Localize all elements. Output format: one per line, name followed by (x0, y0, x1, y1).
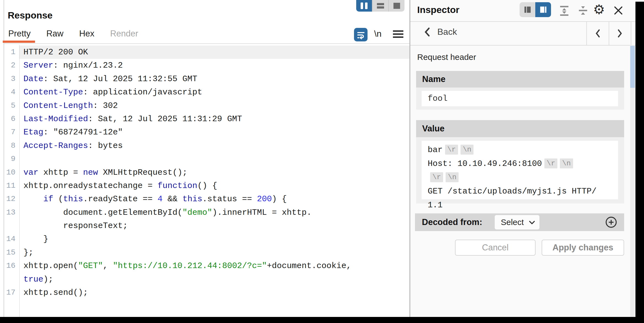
code-line: 11xhttp.onreadystatechange = function() … (4, 179, 409, 192)
code-line: 17xhttp.send(); (4, 286, 409, 299)
add-decoder-button[interactable] (605, 216, 618, 229)
inspector-settings-button[interactable]: ⚙ (592, 2, 606, 17)
code-text: Etag: "68724791-12e" (19, 126, 409, 139)
response-tabs: PrettyRawHexRender (8, 29, 138, 43)
code-line: 4Content-Type: application/javascript (4, 86, 409, 99)
response-panel: Response PrettyRawHexRender \n (0, 0, 409, 317)
select-value: Select (501, 215, 524, 229)
code-line: responseText; (4, 219, 409, 232)
line-number: 8 (4, 139, 15, 152)
back-label: Back (437, 27, 457, 37)
code-line: 2Server: nginx/1.23.2 (4, 59, 409, 72)
code-line: 6Last-Modified: Sat, 12 Jul 2025 11:31:2… (4, 112, 409, 126)
word-wrap-toggle[interactable] (354, 28, 368, 41)
code-line: 15}; (4, 246, 409, 259)
layout-columns-button[interactable] (356, 0, 372, 12)
name-card: Name fool (416, 71, 624, 110)
header-name-input[interactable]: fool (422, 91, 618, 106)
next-item-button[interactable] (609, 22, 631, 45)
inspector-header: Inspector (410, 0, 635, 22)
chevron-down-icon (529, 221, 535, 224)
screen-edge-right (635, 2, 644, 323)
inspector-scrollbar[interactable] (630, 45, 635, 317)
decoded-from-bar: Decoded from: Select (415, 213, 624, 231)
value-card-header: Value (416, 120, 624, 137)
layout-rows-button[interactable] (372, 0, 388, 12)
back-button[interactable]: Back (424, 27, 457, 37)
code-text: } (19, 232, 409, 246)
code-text: xhttp.send(); (19, 286, 409, 299)
tab-raw[interactable]: Raw (46, 29, 63, 43)
tab-pretty[interactable]: Pretty (8, 29, 31, 43)
nonprinting-char-chip: \r (544, 158, 557, 168)
chevron-right-icon (617, 29, 623, 38)
code-line: 12 if (this.readyState == 4 && this.stat… (4, 192, 409, 206)
word-wrap-icon (356, 30, 366, 39)
code-text: Server: nginx/1.23.2 (19, 59, 409, 72)
code-line: 9 (4, 152, 409, 166)
line-number: 17 (4, 286, 15, 299)
inspector-panel: Inspector (410, 0, 635, 317)
collapse-all-button[interactable] (576, 3, 590, 18)
name-card-header: Name (416, 71, 624, 88)
prev-item-button[interactable] (587, 22, 608, 45)
dock-left-button[interactable] (520, 2, 535, 17)
code-text: Accept-Ranges: bytes (19, 139, 409, 152)
code-text: Last-Modified: Sat, 12 Jul 2025 11:31:29… (19, 112, 409, 126)
tab-hex[interactable]: Hex (79, 29, 94, 43)
code-line: 14 } (4, 232, 409, 246)
panel-left-icon (523, 6, 532, 14)
gutter-separator (19, 45, 20, 317)
code-line: 3Date: Sat, 12 Jul 2025 11:32:55 GMT (4, 72, 409, 86)
section-title: Request header (417, 52, 476, 62)
header-value-editor[interactable]: bar\r\nHost: 10.10.49.246:8100\r\n\r\nGE… (422, 141, 618, 199)
tab-divider (4, 43, 409, 44)
line-number: 7 (4, 126, 15, 139)
apply-changes-button[interactable]: Apply changes (542, 240, 624, 256)
hamburger-menu-icon (393, 30, 404, 38)
cancel-button[interactable]: Cancel (455, 240, 536, 256)
code-text: responseText; (19, 219, 409, 232)
collapse-all-icon (578, 5, 589, 16)
dock-right-button[interactable] (535, 2, 551, 17)
separator (631, 22, 631, 45)
chevron-left-icon (424, 27, 430, 37)
response-title: Response (8, 10, 53, 21)
line-number: 15 (4, 246, 15, 259)
code-line: 10var xhttp = new XMLHttpRequest(); (4, 166, 409, 179)
scrollbar-thumb[interactable] (630, 46, 635, 88)
line-number: 3 (4, 72, 15, 86)
gear-icon: ⚙ (593, 2, 605, 17)
header-name-value: fool (428, 94, 448, 103)
value-line: \r\n (428, 171, 618, 184)
response-code-editor[interactable]: 1HTTP/2 200 OK2Server: nginx/1.23.23Date… (4, 46, 409, 299)
close-icon (613, 5, 624, 16)
line-number: 10 (4, 166, 15, 179)
value-line: bar\r\n (428, 143, 618, 157)
message-layout-control (356, 0, 405, 12)
inspector-close-button[interactable] (611, 3, 626, 18)
editor-menu-button[interactable] (393, 30, 404, 39)
cancel-label: Cancel (482, 243, 509, 253)
code-line: 16xhttp.open("GET", "https://10.10.212.4… (4, 259, 409, 272)
pause-columns-icon (361, 2, 368, 9)
plus-circle-icon (605, 216, 618, 229)
code-text: xhttp.open("GET", "https://10.10.212.44:… (19, 259, 409, 272)
show-nonprinting-toggle[interactable]: \n (374, 29, 382, 39)
expand-all-button[interactable] (557, 3, 571, 18)
tab-render[interactable]: Render (110, 29, 138, 43)
nonprinting-char-chip: \n (446, 172, 459, 182)
decoded-from-label: Decoded from: (422, 213, 482, 231)
line-number (4, 219, 15, 232)
nonprinting-char-chip: \n (560, 158, 573, 168)
value-line: GET /static/uploads/myjs1.js HTTP/ (428, 184, 618, 198)
line-number: 16 (4, 259, 15, 272)
inspector-back-row: Back (410, 22, 635, 46)
code-text: HTTP/2 200 OK (19, 46, 409, 59)
panel-right-icon (539, 6, 547, 14)
inspector-title: Inspector (417, 4, 459, 15)
value-card: Value bar\r\nHost: 10.10.49.246:8100\r\n… (416, 120, 624, 203)
layout-single-button[interactable] (388, 0, 405, 12)
decoded-from-select[interactable]: Select (495, 215, 539, 229)
code-text: xhttp.onreadystatechange = function() { (19, 179, 409, 192)
